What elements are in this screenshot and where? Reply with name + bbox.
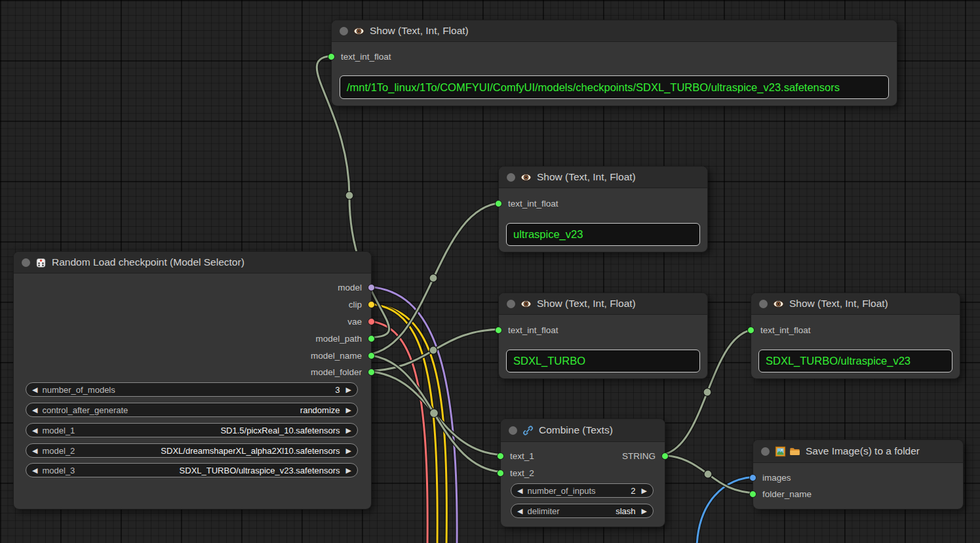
widget-value: slash — [616, 506, 635, 516]
collapse-dot[interactable] — [759, 300, 768, 308]
output-label: model — [338, 283, 362, 292]
output-dot-model-folder[interactable] — [368, 369, 375, 376]
increment-arrow-icon[interactable]: ▶ — [346, 386, 351, 393]
output-slot-clip: clip — [349, 298, 375, 310]
output-dot-model-name[interactable] — [368, 352, 375, 359]
input-label: text_int_float — [760, 325, 811, 335]
node-random-load-checkpoint[interactable]: Random Load checkpoint (Model Selector) … — [13, 251, 372, 510]
input-dot[interactable] — [497, 470, 504, 477]
input-label: images — [762, 473, 791, 483]
eye-icon — [520, 172, 532, 183]
widget-delimiter[interactable]: ◀ delimiter slash ▶ — [511, 504, 654, 518]
node-header[interactable]: Show (Text, Int, Float) — [751, 293, 960, 315]
node-header[interactable]: Show (Text, Int, Float) — [499, 293, 707, 315]
increment-arrow-icon[interactable]: ▶ — [346, 407, 351, 414]
decrement-arrow-icon[interactable]: ◀ — [32, 407, 37, 414]
input-slot-text-int-float: text_int_float — [495, 324, 559, 336]
node-save-images-to-folder[interactable]: Save Image(s) to a folder images folder_… — [753, 439, 964, 510]
collapse-dot[interactable] — [22, 258, 30, 267]
node-title: Show (Text, Int, Float) — [537, 298, 636, 310]
decrement-arrow-icon[interactable]: ◀ — [517, 487, 522, 494]
collapse-dot[interactable] — [761, 447, 770, 456]
link-icon — [522, 425, 534, 436]
increment-arrow-icon[interactable]: ▶ — [642, 487, 647, 494]
input-label: text_int_float — [341, 52, 391, 62]
widget-label: number_of_inputs — [527, 486, 595, 496]
node-title: Show (Text, Int, Float) — [537, 171, 636, 183]
input-slot-text-int-float: text_int_float — [495, 197, 559, 209]
widget-model-3[interactable]: ◀ model_3 SDXL_TURBO/ultraspice_v23.safe… — [26, 463, 358, 477]
collapse-dot[interactable] — [509, 426, 517, 435]
widget-label: number_of_models — [42, 385, 115, 395]
widget-value: 3 — [335, 385, 340, 395]
show-value-box[interactable]: /mnt/1To_linux/1To/COMFYUI/ComfyUI/model… — [340, 75, 889, 99]
collapse-dot[interactable] — [507, 173, 515, 182]
increment-arrow-icon[interactable]: ▶ — [346, 447, 351, 454]
node-title: Random Load checkpoint (Model Selector) — [52, 256, 245, 268]
output-slot-model-path: model_path — [315, 332, 375, 344]
node-title: Show (Text, Int, Float) — [370, 25, 469, 37]
output-dot-string[interactable] — [661, 452, 669, 460]
node-header[interactable]: Random Load checkpoint (Model Selector) — [14, 252, 371, 273]
node-header[interactable]: Combine (Texts) — [501, 419, 665, 442]
show-value-text: SDXL_TURBO — [513, 355, 585, 367]
output-label: model_name — [311, 351, 362, 361]
node-header[interactable]: Show (Text, Int, Float) — [499, 167, 707, 188]
input-dot-folder-name[interactable] — [749, 491, 756, 498]
decrement-arrow-icon[interactable]: ◀ — [32, 467, 37, 474]
output-slot-model-folder: model_folder — [311, 366, 375, 378]
output-dot-vae[interactable] — [368, 318, 375, 325]
output-dot-clip[interactable] — [368, 301, 375, 308]
widget-number-of-inputs[interactable]: ◀ number_of_inputs 2 ▶ — [511, 483, 654, 498]
output-dot-model[interactable] — [368, 284, 375, 291]
increment-arrow-icon[interactable]: ▶ — [346, 427, 351, 434]
output-label: vae — [347, 317, 362, 327]
node-show-model-path[interactable]: Show (Text, Int, Float) text_int_float /… — [331, 20, 897, 106]
decrement-arrow-icon[interactable]: ◀ — [32, 386, 37, 393]
increment-arrow-icon[interactable]: ▶ — [642, 508, 647, 515]
decrement-arrow-icon[interactable]: ◀ — [32, 447, 37, 454]
input-dot[interactable] — [497, 452, 504, 460]
increment-arrow-icon[interactable]: ▶ — [346, 467, 351, 474]
show-value-box[interactable]: SDXL_TURBO/ultraspice_v23 — [758, 350, 952, 372]
decrement-arrow-icon[interactable]: ◀ — [517, 508, 522, 515]
output-label: model_path — [315, 334, 362, 344]
node-header[interactable]: Show (Text, Int, Float) — [332, 20, 897, 42]
node-show-model-name[interactable]: Show (Text, Int, Float) text_int_float u… — [498, 166, 708, 252]
dice-icon — [35, 257, 47, 268]
widget-control-after-generate[interactable]: ◀ control_after_generate randomize ▶ — [26, 403, 358, 417]
widget-number-of-models[interactable]: ◀ number_of_models 3 ▶ — [26, 382, 358, 397]
show-value-text: /mnt/1To_linux/1To/COMFYUI/ComfyUI/model… — [347, 81, 840, 94]
input-label: text_1 — [510, 451, 534, 461]
node-graph-canvas[interactable]: Show (Text, Int, Float) text_int_float /… — [0, 0, 980, 543]
input-dot[interactable] — [747, 327, 755, 334]
collapse-dot[interactable] — [340, 27, 348, 35]
input-dot[interactable] — [328, 53, 335, 60]
eye-icon — [520, 298, 532, 310]
decrement-arrow-icon[interactable]: ◀ — [32, 427, 37, 434]
input-label: folder_name — [762, 489, 812, 499]
input-dot[interactable] — [495, 200, 502, 207]
input-dot[interactable] — [495, 327, 502, 334]
input-dot-images[interactable] — [749, 474, 756, 481]
node-header[interactable]: Save Image(s) to a folder — [753, 440, 963, 463]
widget-label: model_1 — [42, 426, 75, 435]
widget-label: model_2 — [42, 446, 75, 456]
output-slot-model-name: model_name — [311, 350, 375, 361]
node-show-combined[interactable]: Show (Text, Int, Float) text_int_float S… — [751, 292, 960, 379]
show-value-box[interactable]: ultraspice_v23 — [506, 223, 700, 246]
node-combine-texts[interactable]: Combine (Texts) text_1 text_2 STRING ◀ n… — [500, 418, 665, 527]
node-show-model-folder[interactable]: Show (Text, Int, Float) text_int_float S… — [498, 292, 708, 379]
widget-label: delimiter — [527, 506, 559, 516]
input-slot-text-2: text_2 — [497, 467, 534, 479]
widget-value: SD1.5/picxReal_10.safetensors — [220, 426, 340, 435]
input-slot-images: images — [749, 472, 791, 483]
collapse-dot[interactable] — [507, 300, 515, 308]
widget-model-1[interactable]: ◀ model_1 SD1.5/picxReal_10.safetensors … — [26, 423, 358, 437]
node-title: Show (Text, Int, Float) — [789, 298, 888, 310]
input-slot-folder-name: folder_name — [749, 488, 812, 500]
widget-model-2[interactable]: ◀ model_2 SDXL/dreamshaperXL_alpha2Xl10.… — [26, 443, 358, 458]
show-value-box[interactable]: SDXL_TURBO — [506, 350, 700, 372]
output-label: clip — [349, 300, 362, 310]
output-dot-model-path[interactable] — [368, 335, 375, 342]
